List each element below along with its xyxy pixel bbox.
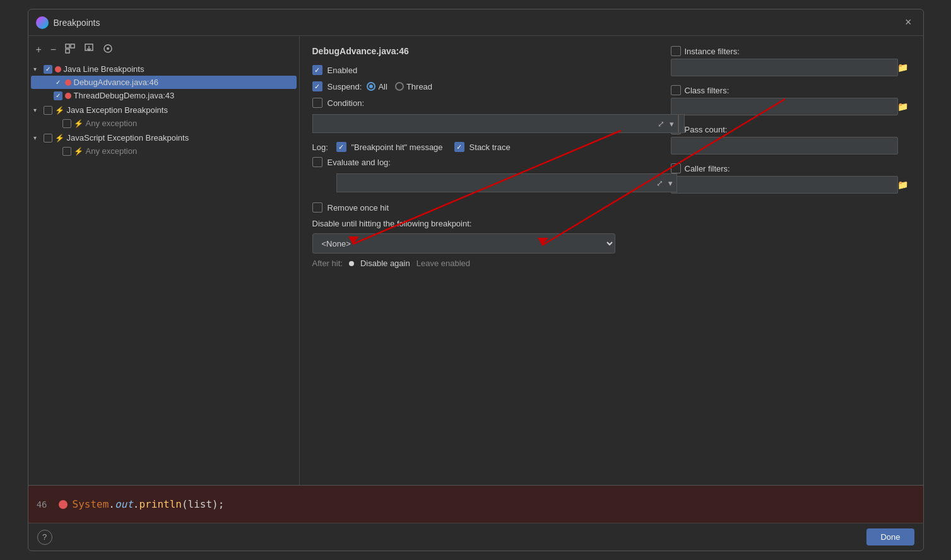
thread-debug-dot-icon <box>65 93 71 99</box>
group-icon <box>65 44 75 54</box>
instance-filter-folder-button[interactable]: 📁 <box>897 62 908 73</box>
right-panel: Instance filters: 📁 Class filters: <box>300 36 923 485</box>
any-exception-1-item[interactable]: ⚡ Any exception <box>31 117 297 130</box>
close-button[interactable]: × <box>901 15 916 30</box>
disable-again-option[interactable]: Disable again <box>360 259 410 268</box>
svg-rect-0 <box>66 44 69 48</box>
java-line-checkbox[interactable]: ✓ <box>44 65 52 74</box>
class-filter-input[interactable] <box>671 98 898 115</box>
class-filter-checkbox[interactable] <box>671 85 681 95</box>
code-println: println <box>139 498 181 510</box>
filter-button[interactable] <box>100 42 115 57</box>
suspend-radio-group: All Thread <box>367 82 432 91</box>
thread-debug-item[interactable]: ✓ ThreadDebugDemo.java:43 <box>31 89 297 102</box>
svg-rect-1 <box>71 44 74 48</box>
log-label: Log: <box>312 143 331 152</box>
bolt-icon-3: ⚡ <box>55 134 64 143</box>
suspend-checkbox[interactable]: ✓ <box>312 81 322 91</box>
any-exception-2-item[interactable]: ⚡ Any exception <box>31 144 297 158</box>
code-out: out <box>115 498 133 510</box>
caller-filter-checkbox[interactable] <box>671 163 681 173</box>
export-button[interactable] <box>81 42 97 57</box>
class-filter-folder-button[interactable]: 📁 <box>897 102 908 112</box>
js-exception-checkbox[interactable] <box>44 134 52 143</box>
leave-enabled-option[interactable]: Leave enabled <box>416 259 470 268</box>
disable-until-select-wrap: <None> <box>312 233 911 254</box>
thread-debug-checkbox[interactable]: ✓ <box>54 91 62 100</box>
suspend-all-label: All <box>378 82 387 91</box>
java-exception-checkbox[interactable] <box>44 106 52 115</box>
condition-input[interactable] <box>312 114 678 133</box>
condition-dropdown-button[interactable]: ▾ <box>668 119 676 129</box>
java-exception-header[interactable]: ▾ ⚡ Java Exception Breakpoints <box>31 103 297 117</box>
bolt-icon-1: ⚡ <box>55 106 64 115</box>
suspend-thread-option[interactable]: Thread <box>395 82 432 91</box>
condition-scrollbar[interactable] <box>678 114 685 133</box>
stack-trace-label: Stack trace <box>470 143 511 152</box>
remove-once-hit-label: Remove once hit <box>328 203 389 213</box>
bp-message-checkbox[interactable]: ✓ <box>336 142 346 152</box>
line-number: 46 <box>28 492 54 517</box>
after-hit-dot-icon <box>349 261 354 266</box>
export-icon <box>84 44 94 54</box>
java-line-header[interactable]: ▾ ✓ Java Line Breakpoints <box>31 62 297 76</box>
remove-once-hit-checkbox[interactable] <box>312 202 322 213</box>
condition-label: Condition: <box>328 98 365 108</box>
code-system: System <box>73 498 109 510</box>
red-dot-icon <box>55 66 61 73</box>
svg-point-6 <box>107 47 109 50</box>
title-bar: Breakpoints × <box>28 9 923 36</box>
pass-count-input[interactable] <box>671 137 898 155</box>
pass-count-input-wrap <box>671 137 911 155</box>
eval-input[interactable] <box>336 173 677 192</box>
eval-log-checkbox[interactable] <box>312 157 322 167</box>
any-exception-2-checkbox[interactable] <box>62 147 71 156</box>
condition-input-wrap: ⤢ ▾ <box>312 114 678 133</box>
filter-icon <box>103 44 113 54</box>
done-button[interactable]: Done <box>866 528 914 545</box>
eval-expand-group: ⤢ ▾ <box>654 178 675 189</box>
breakpoints-dialog: Breakpoints × + − <box>28 9 924 551</box>
left-panel: + − ▾ ✓ <box>28 36 300 485</box>
class-filter-label-row: Class filters: <box>671 85 911 95</box>
suspend-thread-label: Thread <box>406 82 432 91</box>
app-icon <box>36 16 49 29</box>
group-button[interactable] <box>62 42 78 57</box>
after-hit-row: After hit: Disable again Leave enabled <box>312 259 911 268</box>
suspend-all-option[interactable]: All <box>367 82 387 91</box>
code-line: System.out.println(list); <box>73 491 923 518</box>
class-filter-row: Class filters: 📁 <box>671 85 911 115</box>
any-exception-1-checkbox[interactable] <box>62 119 71 128</box>
suspend-all-radio[interactable] <box>367 82 375 91</box>
instance-filter-checkbox[interactable] <box>671 46 681 56</box>
breakpoints-tree: ▾ ✓ Java Line Breakpoints ✓ DebugAdvance… <box>28 62 299 485</box>
enabled-label: Enabled <box>328 66 358 75</box>
stack-trace-checkbox[interactable]: ✓ <box>454 142 464 152</box>
js-exception-header[interactable]: ▾ ⚡ JavaScript Exception Breakpoints <box>31 131 297 144</box>
debug-advance-checkbox[interactable]: ✓ <box>54 78 62 87</box>
eval-input-area: ⤢ ▾ <box>336 173 911 192</box>
add-button[interactable]: + <box>33 43 44 57</box>
bp-message-label: "Breakpoint hit" message <box>351 143 443 152</box>
chevron-down-icon: ▾ <box>33 66 41 73</box>
disable-until-label: Disable until hitting the following brea… <box>312 219 911 228</box>
eval-expand-button[interactable]: ⤢ <box>654 178 665 189</box>
remove-button[interactable]: − <box>48 43 59 57</box>
suspend-thread-radio[interactable] <box>395 82 404 91</box>
chevron-down-icon-2: ▾ <box>33 107 41 114</box>
any-exception-2-label: Any exception <box>86 146 138 156</box>
condition-expand-button[interactable]: ⤢ <box>656 119 666 129</box>
enabled-checkbox[interactable]: ✓ <box>312 65 322 75</box>
bottom-bar: ? Done <box>28 523 923 551</box>
thread-debug-label: ThreadDebugDemo.java:43 <box>74 91 175 100</box>
debug-advance-item[interactable]: ✓ DebugAdvance.java:46 <box>31 76 297 89</box>
help-button[interactable]: ? <box>37 530 52 545</box>
instance-filter-input[interactable] <box>671 59 898 76</box>
debug-advance-label: DebugAdvance.java:46 <box>74 78 158 87</box>
eval-dropdown-button[interactable]: ▾ <box>666 178 675 189</box>
js-exception-label: JavaScript Exception Breakpoints <box>67 133 189 143</box>
instance-filter-label: Instance filters: <box>685 47 740 56</box>
remove-once-hit-row: Remove once hit <box>312 202 911 213</box>
disable-until-select[interactable]: <None> <box>312 233 615 254</box>
condition-checkbox[interactable] <box>312 98 322 108</box>
